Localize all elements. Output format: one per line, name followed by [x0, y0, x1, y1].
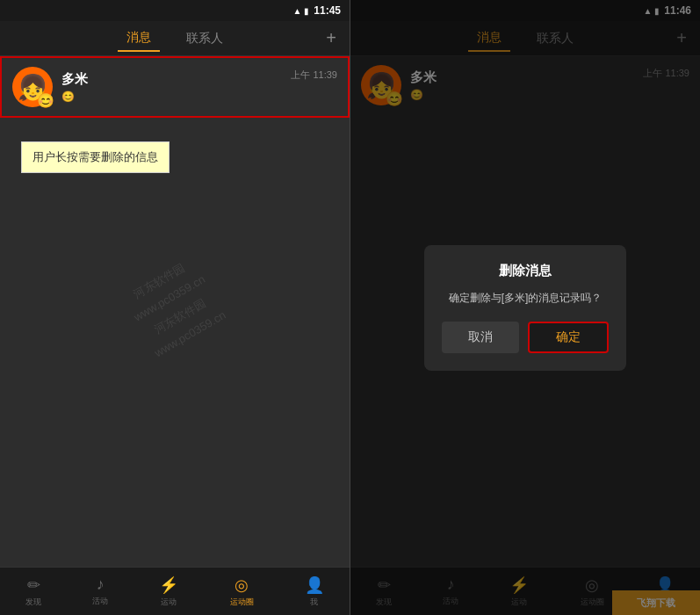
left-tab-plus[interactable]: + [326, 28, 336, 48]
left-avatar-badge: 😊 [37, 92, 54, 109]
left-watermark-site2: www.pc0359.cn [150, 305, 230, 363]
dialog-cancel-button[interactable]: 取消 [442, 322, 519, 353]
left-nav-me-label: 我 [310, 597, 318, 608]
left-nav-activity[interactable]: ♪ 活动 [92, 575, 108, 607]
left-tab-bar: 消息 联系人 + [0, 21, 350, 56]
left-nav-me-icon: 👤 [305, 575, 324, 595]
left-watermark: 河东软件园 www.pc0359.cn 河东软件园 www.pc0359.cn [119, 252, 230, 364]
left-nav-me[interactable]: 👤 我 [305, 575, 324, 608]
battery-icon: ▮ [304, 6, 309, 16]
left-watermark-site: www.pc0359.cn [130, 270, 210, 328]
left-bottom-nav: ✏ 发现 ♪ 活动 ⚡ 运动 ◎ 运动圈 👤 我 [0, 567, 350, 615]
left-avatar-container: 👧 😊 [12, 67, 53, 107]
wifi-icon: ▲ [292, 6, 301, 16]
dialog-message: 确定删除与[多米]的消息记录吗？ [442, 290, 609, 306]
right-panel: ▲ ▮ 11:46 消息 联系人 + 👧 😊 多米 [350, 0, 700, 615]
left-nav-discover-icon: ✏ [27, 575, 40, 595]
annotation-box: 用户长按需要删除的信息 [21, 141, 170, 173]
dialog-confirm-button[interactable]: 确定 [528, 322, 609, 353]
left-tab-contacts[interactable]: 联系人 [177, 26, 232, 51]
left-nav-sport[interactable]: ⚡ 运动 [159, 575, 178, 608]
left-time: 11:45 [314, 4, 341, 17]
left-message-preview: 😊 [61, 90, 337, 103]
left-nav-circle-label: 运动圈 [230, 597, 254, 608]
left-nav-circle[interactable]: ◎ 运动圈 [230, 575, 254, 608]
delete-dialog: 删除消息 确定删除与[多米]的消息记录吗？ 取消 确定 [424, 245, 626, 371]
left-tab-messages[interactable]: 消息 [118, 25, 160, 52]
left-preview-emoji: 😊 [61, 90, 75, 103]
annotation-text: 用户长按需要删除的信息 [32, 150, 158, 163]
dialog-overlay: 删除消息 确定删除与[多米]的消息记录吗？ 取消 确定 [350, 0, 700, 615]
dialog-buttons: 取消 确定 [442, 322, 609, 353]
left-status-icons: ▲ ▮ [292, 6, 309, 16]
left-panel: ▲ ▮ 11:45 消息 联系人 + 👧 😊 多米 [0, 0, 350, 615]
left-message-item[interactable]: 👧 😊 多米 😊 上午 11:39 [0, 56, 350, 118]
left-message-time: 上午 11:39 [291, 69, 337, 82]
left-message-list: 👧 😊 多米 😊 上午 11:39 用户长按需要删除的信息 [0, 56, 350, 567]
left-nav-activity-label: 活动 [92, 596, 108, 607]
left-status-bar: ▲ ▮ 11:45 [0, 0, 350, 21]
annotation-container: 用户长按需要删除的信息 [0, 118, 350, 197]
left-nav-circle-icon: ◎ [235, 575, 249, 595]
left-nav-sport-label: 运动 [161, 597, 177, 608]
dialog-title: 删除消息 [442, 263, 609, 279]
left-watermark-org2: 河东软件园 [141, 287, 220, 345]
left-nav-activity-icon: ♪ [97, 575, 105, 594]
left-nav-discover[interactable]: ✏ 发现 [25, 575, 41, 608]
left-nav-discover-label: 发现 [25, 597, 41, 608]
left-nav-sport-icon: ⚡ [159, 575, 178, 595]
left-watermark-org: 河东软件园 [119, 252, 199, 310]
